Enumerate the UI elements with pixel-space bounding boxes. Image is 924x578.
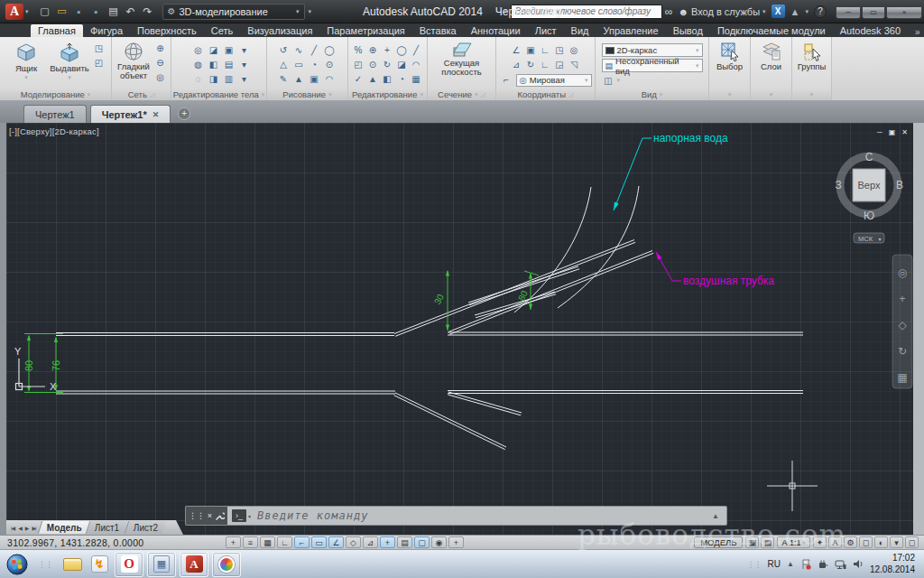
section-plane-button[interactable]: Секущая плоскость <box>433 40 491 77</box>
named-view-select[interactable]: ▤ Несохраненный вид ▾ <box>602 59 703 72</box>
box-button[interactable]: Ящик ▾ <box>5 40 47 80</box>
draw-tool-button[interactable]: ↺ <box>277 43 291 56</box>
layout-nav-button[interactable]: |◀ <box>9 525 16 531</box>
status-tool-button[interactable]: ◻ <box>859 536 873 548</box>
draw-tool-button[interactable]: ▲ <box>292 72 306 85</box>
chevron-down-icon[interactable]: ▾ <box>728 91 732 98</box>
panel-label[interactable]: Моделирование <box>21 89 85 99</box>
status-tool-button[interactable]: ◐ <box>874 536 888 548</box>
smooth-object-button[interactable]: Гладкий объект <box>116 40 152 80</box>
draw-tool-button[interactable]: ✎ <box>277 72 291 85</box>
wrench-icon[interactable] <box>215 511 225 521</box>
ucs-tool-button[interactable]: ∠ <box>510 44 523 57</box>
ucs-tool-button[interactable]: ◹ <box>568 59 581 71</box>
coordinates-readout[interactable]: 3102.9967, 1431.2828, 0.0000 <box>0 537 226 548</box>
network-icon[interactable] <box>835 559 846 570</box>
modify-tool-button[interactable]: ◪ <box>395 58 409 70</box>
status-tool-button[interactable]: ◻ <box>905 536 919 548</box>
panel-label[interactable]: Сечение <box>438 89 472 99</box>
ucs-tool-button[interactable]: ↻ <box>524 59 538 71</box>
modify-tool-button[interactable]: ◠ <box>410 58 423 70</box>
ucs-tool-button[interactable]: ∟ <box>539 44 552 57</box>
draw-tool-button[interactable]: ◯ <box>323 43 337 56</box>
solid-edit-button[interactable]: ◌ <box>191 72 205 85</box>
qat-button[interactable]: ▭ <box>55 5 69 19</box>
qat-overflow-icon[interactable]: ▾ <box>309 8 312 15</box>
hidden-icons-button[interactable]: ▲ <box>787 560 794 568</box>
ribbon-tab[interactable]: Вставка <box>412 24 464 37</box>
modify-tool-button[interactable]: % <box>352 43 365 56</box>
ribbon-tab[interactable]: Autodesk 360 <box>833 24 908 37</box>
modify-tool-button[interactable]: ⊕ <box>366 43 380 56</box>
command-line-handle[interactable]: ⋮⋮ × <box>186 507 227 525</box>
panel-label[interactable]: Редактирование <box>352 89 417 99</box>
ribbon-tab[interactable]: Параметризация <box>319 24 411 37</box>
ribbon-tab[interactable]: Подключаемые модули <box>710 24 833 37</box>
ribbon-tab[interactable]: Лист <box>528 24 564 37</box>
solid-edit-button[interactable]: ◨ <box>207 72 220 85</box>
panel-label[interactable]: Координаты <box>518 89 567 99</box>
search-toggle-icon[interactable]: ▾ <box>503 10 510 14</box>
annotation-scale-select[interactable]: А 1:1 ▾ <box>777 536 810 548</box>
command-input[interactable]: Введите команду <box>257 509 368 522</box>
taskbar-app-button[interactable]: O <box>115 552 143 577</box>
mesh-mini-button[interactable]: ⊕ <box>153 42 167 54</box>
command-line[interactable]: ⋮⋮ × ›_ ▾ Введите команду ▲ <box>185 506 727 526</box>
mesh-mini-button[interactable]: ◎ <box>153 70 167 83</box>
status-toggle-button[interactable]: ⌐ <box>294 536 310 548</box>
taskbar-app-button[interactable] <box>60 552 84 577</box>
modify-tool-button[interactable]: ✓ <box>352 72 365 85</box>
search-icon[interactable]: ∞ <box>665 5 673 18</box>
solid-edit-button[interactable]: ◧ <box>207 58 220 70</box>
status-toggle-button[interactable]: + <box>226 536 241 548</box>
ribbon-tab[interactable]: Сеть <box>204 24 240 37</box>
extrude-button[interactable]: Выдавить ▾ <box>49 40 90 80</box>
taskbar-app-button[interactable]: ↯ <box>88 552 111 577</box>
solid-edit-button[interactable]: ◍ <box>191 58 205 70</box>
draw-tool-button[interactable]: ▣ <box>308 72 321 85</box>
ucs-tool-button[interactable]: ⊿ <box>510 59 523 71</box>
ribbon-tab[interactable]: Аннотации <box>464 24 528 37</box>
help-icon[interactable]: ? <box>814 5 827 18</box>
groups-button[interactable]: Группы <box>793 40 831 71</box>
ribbon-tab[interactable]: Главная <box>31 24 83 37</box>
solid-edit-button[interactable]: ▥ <box>222 72 236 85</box>
search-input[interactable] <box>511 5 662 19</box>
layout-nav-button[interactable]: ▶| <box>30 525 37 531</box>
status-toggle-button[interactable]: ∟ <box>277 536 292 548</box>
chevron-down-icon[interactable]: ▾ <box>248 513 251 519</box>
panel-launcher-icon[interactable]: ◿ <box>150 91 154 98</box>
power-plug-icon[interactable] <box>818 559 828 570</box>
qat-button[interactable]: ▪ <box>89 5 104 19</box>
app-menu-button[interactable]: A ▾ <box>2 3 32 21</box>
panel-label[interactable]: Вид <box>642 89 657 99</box>
viewcube[interactable]: Верх С Ю З В МСК ▾ <box>835 151 903 243</box>
status-toggle-button[interactable]: + <box>380 536 395 548</box>
solid-edit-button[interactable]: ▾ <box>237 58 251 70</box>
signin-button[interactable]: ☻ Вход в службы ▾ <box>678 6 765 17</box>
draw-tool-button[interactable]: ◔ <box>308 58 321 70</box>
layout-nav-button[interactable]: ▶ <box>23 525 31 531</box>
ribbon-tab[interactable]: Поверхность <box>130 24 204 37</box>
modify-tool-button[interactable]: ▦ <box>410 72 423 85</box>
status-toggle-button[interactable]: ▢ <box>414 536 430 548</box>
action-center-flag-icon[interactable] <box>800 559 811 570</box>
ribbon-tab[interactable]: Вывод <box>666 24 710 37</box>
draw-tool-button[interactable]: ⊙ <box>323 58 337 70</box>
minimize-button[interactable]: ─ <box>836 6 861 19</box>
ribbon-tab[interactable]: Фигура <box>83 24 130 37</box>
layout-nav-button[interactable]: ◀ <box>16 525 23 531</box>
solid-edit-button[interactable]: ▣ <box>222 43 236 56</box>
taskbar-app-button[interactable]: ⋮⋮ <box>33 552 57 577</box>
modify-tool-button[interactable]: ▲ <box>366 72 380 85</box>
model-space-button[interactable]: МОДЕЛЬ <box>694 536 743 548</box>
modeling-mini-button[interactable]: ◰ <box>92 56 106 69</box>
viewport-controls-label[interactable]: [-][Сверху][2D-каркас] <box>9 126 99 136</box>
draw-tool-button[interactable]: ▭ <box>292 58 306 70</box>
status-toggle-button[interactable]: + <box>448 536 464 548</box>
solid-edit-button[interactable]: ◪ <box>207 43 220 56</box>
ucs-tool-button[interactable]: ◲ <box>553 59 567 71</box>
draw-tool-button[interactable]: ╱ <box>308 43 321 56</box>
viewport-config-button[interactable]: ◫ <box>602 74 615 87</box>
start-button[interactable] <box>5 553 29 576</box>
